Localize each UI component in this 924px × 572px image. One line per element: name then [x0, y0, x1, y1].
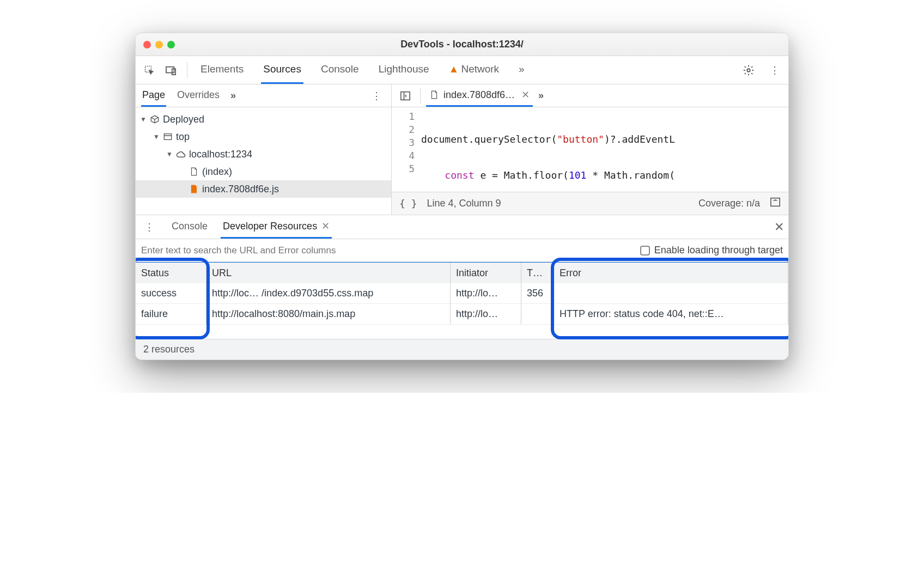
col-url[interactable]: URL [206, 263, 451, 283]
table-header: Status URL Initiator T… Error [136, 263, 788, 283]
editor-statusbar: { } Line 4, Column 9 Coverage: n/a [392, 192, 788, 215]
editor-pane: index.7808df6… ✕ » 12345 document.queryS… [392, 84, 788, 215]
cell-initiator: http://lo… [451, 283, 521, 303]
table-row[interactable]: success http://loc… /index.d9703d55.css.… [136, 283, 788, 304]
kebab-menu-icon[interactable]: ⋮ [765, 61, 784, 80]
cell-initiator: http://lo… [451, 304, 521, 324]
svg-point-3 [747, 69, 750, 72]
pretty-print-icon[interactable]: { } [399, 198, 417, 209]
cell-url: http://loc… /index.d9703d55.css.map [206, 283, 451, 303]
cell-total [521, 304, 554, 324]
more-tabs-icon[interactable]: » [516, 56, 527, 84]
more-tabs-icon[interactable]: » [230, 90, 236, 101]
kebab-menu-icon[interactable]: ⋮ [140, 218, 159, 236]
file-tree: ▼ Deployed ▼ top ▼ localhost:1234 (index… [136, 107, 391, 201]
tab-sources[interactable]: Sources [261, 56, 303, 84]
divider [187, 62, 187, 78]
close-drawer-icon[interactable]: ✕ [774, 220, 784, 234]
tree-label: Deployed [163, 114, 204, 125]
window-title: DevTools - localhost:1234/ [136, 39, 788, 50]
col-initiator[interactable]: Initiator [451, 263, 521, 283]
main-panel-tabs: Elements Sources Console Lighthouse ▲Net… [198, 56, 527, 84]
close-tab-icon[interactable]: ✕ [321, 220, 330, 232]
tree-row-jsfile[interactable]: index.7808df6e.js [136, 180, 391, 198]
tree-label: index.7808df6e.js [202, 184, 279, 195]
main-toolbar: Elements Sources Console Lighthouse ▲Net… [136, 56, 788, 84]
tree-row-top[interactable]: ▼ top [136, 128, 391, 145]
source-map-icon[interactable] [770, 197, 781, 210]
devresources-filterbar: Enable loading through target [136, 239, 788, 262]
tab-elements[interactable]: Elements [198, 56, 246, 84]
divider [420, 88, 421, 104]
tree-row-deployed[interactable]: ▼ Deployed [136, 111, 391, 128]
svg-rect-4 [164, 134, 171, 140]
search-input[interactable] [141, 239, 633, 261]
resource-count: 2 resources [143, 344, 194, 355]
tree-row-host[interactable]: ▼ localhost:1234 [136, 145, 391, 163]
tree-label: localhost:1234 [189, 149, 252, 160]
window-icon [163, 132, 173, 142]
warning-icon: ▲ [449, 63, 459, 75]
cell-total: 356 [521, 283, 554, 303]
cursor-position: Line 4, Column 9 [427, 198, 501, 209]
kebab-menu-icon[interactable]: ⋮ [367, 87, 386, 105]
drawer-tab-console[interactable]: Console [169, 215, 210, 239]
expand-toggle-icon[interactable]: ▼ [140, 115, 147, 123]
tree-label: (index) [202, 166, 232, 178]
code-content[interactable]: document.querySelector("button")?.addEve… [421, 107, 675, 192]
tab-network[interactable]: ▲Network [447, 56, 502, 84]
settings-gear-icon[interactable] [739, 61, 758, 80]
tree-row-index[interactable]: (index) [136, 163, 391, 180]
col-status[interactable]: Status [136, 263, 206, 283]
cell-status: success [136, 283, 206, 303]
tab-overrides[interactable]: Overrides [176, 84, 221, 107]
cell-error: HTTP error: status code 404, net::E… [554, 304, 788, 324]
table-row[interactable]: failure http://localhost:8080/main.js.ma… [136, 304, 788, 325]
svg-rect-1 [166, 66, 174, 72]
enable-loading-checkbox[interactable]: Enable loading through target [640, 245, 783, 256]
tab-page[interactable]: Page [141, 84, 166, 107]
cloud-icon [176, 149, 186, 159]
cube-icon [150, 114, 160, 124]
file-tab-label: index.7808df6… [443, 89, 515, 101]
devresources-footer: 2 resources [136, 339, 788, 360]
expand-toggle-icon[interactable]: ▼ [153, 133, 160, 141]
file-icon [189, 184, 199, 194]
more-tabs-icon[interactable]: » [538, 90, 544, 101]
file-icon [429, 90, 439, 100]
tab-console[interactable]: Console [319, 56, 361, 84]
cell-url: http://localhost:8080/main.js.map [206, 304, 451, 324]
tree-label: top [176, 131, 190, 143]
checkbox-icon[interactable] [640, 246, 650, 255]
expand-toggle-icon[interactable]: ▼ [166, 150, 173, 158]
drawer-tab-devresources[interactable]: Developer Resources ✕ [221, 215, 332, 239]
inspect-element-icon[interactable] [140, 61, 159, 80]
checkbox-label: Enable loading through target [654, 245, 783, 256]
line-gutter: 12345 [392, 107, 421, 192]
window-titlebar: DevTools - localhost:1234/ [136, 33, 788, 56]
cell-status: failure [136, 304, 206, 324]
code-editor[interactable]: 12345 document.querySelector("button")?.… [392, 107, 788, 192]
device-toolbar-icon[interactable] [162, 61, 180, 80]
close-tab-icon[interactable]: ✕ [521, 89, 530, 101]
drawer-tabs: ⋮ Console Developer Resources ✕ ✕ [136, 215, 788, 239]
editor-file-tab[interactable]: index.7808df6… ✕ [426, 84, 533, 107]
col-total[interactable]: T… [521, 263, 554, 283]
editor-toolbar: index.7808df6… ✕ » [392, 84, 788, 107]
cell-error [554, 283, 788, 303]
file-icon [189, 167, 199, 177]
toggle-navigator-icon[interactable] [396, 87, 415, 105]
col-error[interactable]: Error [554, 263, 788, 283]
navigator-tabs: Page Overrides » ⋮ [136, 84, 391, 107]
devresources-table: Status URL Initiator T… Error success ht… [136, 262, 788, 339]
coverage-label: Coverage: n/a [698, 198, 760, 209]
svg-rect-8 [771, 198, 780, 206]
tab-lighthouse[interactable]: Lighthouse [376, 56, 431, 84]
sources-navigator: Page Overrides » ⋮ ▼ Deployed ▼ top ▼ [136, 84, 392, 215]
